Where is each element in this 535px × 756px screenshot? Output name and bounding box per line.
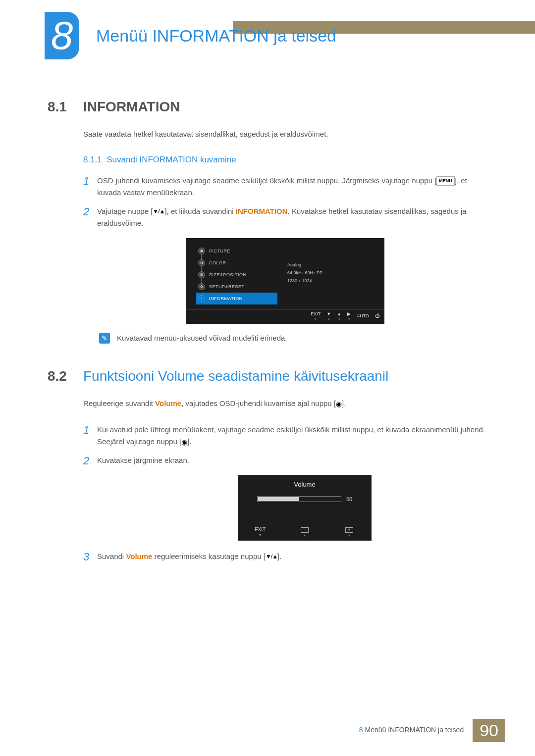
up-icon: ▲	[337, 312, 341, 316]
note-icon: ✎	[99, 333, 110, 344]
subsection-8-1-1-heading: 8.1.1 Suvandi INFORMATION kuvamine	[83, 155, 487, 165]
footer-label: 8 Menüü INFORMATION ja teised	[359, 719, 473, 742]
section-8-1-intro: Saate vaadata hetkel kasutatavat sisenda…	[83, 129, 487, 140]
volume-bar-fill	[258, 497, 299, 501]
signal-res: 1280 x 1024	[287, 277, 322, 285]
step-text: OSD-juhendi kuvamiseks vajutage seadme e…	[97, 175, 487, 199]
exit-label: EXIT	[255, 527, 266, 532]
step-2: 2 Vajutage nuppe [▼/▲], et liikuda suvan…	[83, 205, 487, 229]
osd-information-screenshot: ▣PICTURE ◑COLOR ⊞SIZE&POSITION ✿SETUP&RE…	[186, 238, 384, 324]
exit-label: EXIT	[311, 312, 321, 316]
step-number: 2	[83, 454, 97, 467]
page: 8 Menüü INFORMATION ja teised 8.1 INFORM…	[0, 0, 535, 756]
plus-button-icon: +	[345, 527, 353, 533]
step-1: 1 Kui avatud pole ühtegi menüüakent, vaj…	[83, 424, 487, 448]
down-up-arrows-icon: ▼/▲	[153, 208, 164, 215]
step-number: 3	[83, 551, 97, 563]
step-3: 3 Suvandi Volume reguleerimiseks kasutag…	[83, 551, 487, 563]
step-2: 2 Kuvatakse järgmine ekraan.	[83, 454, 487, 467]
step-1: 1 OSD-juhendi kuvamiseks vajutage seadme…	[83, 175, 487, 199]
section-title: Funktsiooni Volume seadistamine käivitus…	[83, 368, 388, 384]
color-icon: ◑	[198, 259, 205, 266]
osd-info-panel: Analog 64.0kHz 60Hz PP 1280 x 1024	[277, 245, 322, 304]
step-text: Suvandi Volume reguleerimiseks kasutage …	[97, 551, 281, 563]
osd-footer-bar: EXIT▾ ▼▾ ▲▾ ▶▾ AUTO ⏻	[186, 309, 384, 324]
auto-label: AUTO	[357, 314, 369, 318]
page-number: 90	[473, 719, 505, 742]
volume-bar	[257, 496, 341, 502]
note-8-1-1: ✎ Kuvatavad menüü-üksused võivad mudelit…	[99, 333, 487, 344]
content-area: 8.1 INFORMATION Saate vaadata hetkel kas…	[0, 59, 535, 563]
step-text: Kuvatakse järgmine ekraan.	[97, 454, 189, 467]
menu-button-label: MENU	[436, 176, 455, 185]
circle-button-icon: ◉	[181, 438, 187, 446]
note-text: Kuvatavad menüü-üksused võivad mudeliti …	[117, 333, 287, 342]
section-8-1-heading: 8.1 INFORMATION	[48, 99, 487, 115]
chapter-title: Menüü INFORMATION ja teised	[96, 26, 336, 46]
step-text: Vajutage nuppe [▼/▲], et liikuda suvandi…	[97, 205, 487, 229]
osd-menu-picture: ▣PICTURE	[198, 245, 277, 257]
chapter-header: 8 Menüü INFORMATION ja teised	[0, 0, 535, 59]
signal-freq: 64.0kHz 60Hz PP	[287, 269, 322, 277]
osd-menu-setup-reset: ✿SETUP&RESET	[198, 281, 277, 293]
step-number: 2	[83, 205, 97, 229]
chapter-number: 8	[51, 16, 73, 55]
step-number: 1	[83, 424, 97, 448]
section-number: 8.1	[48, 99, 83, 115]
power-icon: ⏻	[375, 314, 379, 318]
subsection-number: 8.1.1	[83, 155, 102, 164]
section-8-2-heading: 8.2 Funktsiooni Volume seadistamine käiv…	[48, 368, 487, 384]
page-footer: 8 Menüü INFORMATION ja teised 90	[0, 719, 535, 742]
down-icon: ▼	[326, 312, 331, 316]
size-icon: ⊞	[198, 271, 205, 278]
step-number: 1	[83, 175, 97, 199]
osd-volume-footer: EXIT▾ −▾ +▾	[238, 524, 372, 541]
section-title: INFORMATION	[83, 99, 180, 115]
circle-button-icon: ◉	[336, 400, 342, 407]
enter-icon: ▶	[347, 312, 351, 316]
step-text: Kui avatud pole ühtegi menüüakent, vajut…	[97, 424, 487, 448]
signal-type: Analog	[287, 261, 322, 269]
info-icon: i	[198, 295, 205, 302]
section-8-2-intro: Reguleerige suvandit Volume, vajutades O…	[83, 398, 487, 409]
volume-title: Volume	[238, 475, 372, 496]
volume-value: 50	[346, 496, 352, 502]
osd-menu-color: ◑COLOR	[198, 257, 277, 269]
steps-8-2-cont: 3 Suvandi Volume reguleerimiseks kasutag…	[83, 551, 487, 563]
subsection-title: Suvandi INFORMATION kuvamine	[107, 155, 236, 164]
osd-volume-screenshot: Volume 50 EXIT▾ −▾ +▾	[238, 475, 372, 541]
osd-menu-information: iINFORMATION	[196, 293, 277, 304]
gear-icon: ✿	[198, 283, 205, 290]
chapter-number-tab: 8	[45, 12, 79, 59]
picture-icon: ▣	[198, 248, 205, 254]
section-number: 8.2	[48, 368, 83, 384]
steps-8-1-1: 1 OSD-juhendi kuvamiseks vajutage seadme…	[83, 175, 487, 229]
osd-menu-size-position: ⊞SIZE&POSITION	[198, 269, 277, 281]
steps-8-2: 1 Kui avatud pole ühtegi menüüakent, vaj…	[83, 424, 487, 468]
minus-button-icon: −	[301, 527, 308, 533]
down-up-arrows-icon: ▼/▲	[266, 553, 277, 560]
